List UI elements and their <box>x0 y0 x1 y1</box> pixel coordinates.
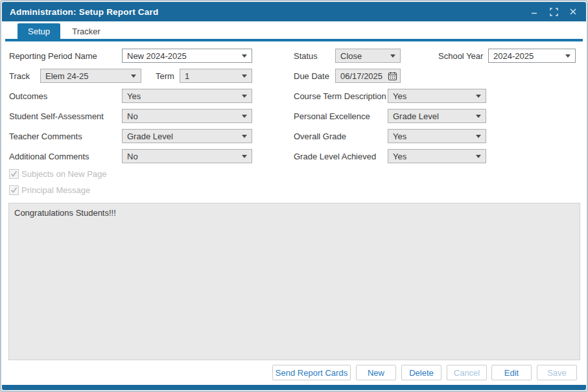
outcomes-label: Outcomes <box>9 91 47 101</box>
course-term-description-value: Yes <box>393 91 472 101</box>
school-year-value: 2024-2025 <box>493 51 561 61</box>
personal-excellence-dropdown[interactable]: Grade Level <box>388 109 486 123</box>
tab-bar: Setup Tracker <box>5 23 583 39</box>
school-year-dropdown[interactable]: 2024-2025 <box>488 49 576 63</box>
reporting-period-value: New 2024-2025 <box>127 51 238 61</box>
delete-button[interactable]: Delete <box>401 365 441 380</box>
student-self-assessment-value: No <box>127 111 238 121</box>
outcomes-dropdown[interactable]: Yes <box>122 89 252 103</box>
track-label: Track <box>9 71 30 81</box>
checkbox-checked-icon <box>9 169 19 179</box>
chevron-down-icon <box>242 54 247 58</box>
personal-excellence-label: Personal Excellence <box>294 111 370 121</box>
term-dropdown[interactable]: 1 <box>180 69 252 83</box>
teacher-comments-value: Grade Level <box>127 132 238 141</box>
tab-underline <box>5 39 583 41</box>
edit-button[interactable]: Edit <box>491 365 532 380</box>
due-date-value: 06/17/2025 <box>340 71 388 81</box>
setup-report-card-dialog: Administration: Setup Report Card Setup … <box>0 0 588 392</box>
close-icon[interactable] <box>568 6 578 17</box>
principal-message-label: Principal Message <box>21 185 90 195</box>
student-self-assessment-dropdown[interactable]: No <box>122 109 252 123</box>
tab-setup-label: Setup <box>28 27 50 36</box>
subjects-on-new-page-checkbox[interactable]: Subjects on New Page <box>9 169 107 179</box>
window-controls <box>529 6 578 17</box>
cancel-button: Cancel <box>447 365 487 380</box>
calendar-icon[interactable] <box>388 71 397 81</box>
window-title: Administration: Setup Report Card <box>10 7 158 17</box>
chevron-down-icon <box>565 54 570 58</box>
student-self-assessment-label: Student Self-Assessment <box>9 111 104 121</box>
new-button[interactable]: New <box>356 365 396 380</box>
term-label: Term <box>156 71 174 81</box>
chevron-down-icon <box>242 75 247 78</box>
checkbox-checked-icon <box>9 185 19 195</box>
principal-message-textarea[interactable]: Congratulations Students!!! <box>8 203 580 360</box>
due-date-field[interactable]: 06/17/2025 <box>335 69 401 83</box>
chevron-down-icon <box>476 155 481 158</box>
school-year-label: School Year <box>438 51 483 61</box>
maximize-icon[interactable] <box>548 6 559 17</box>
due-date-label: Due Date <box>294 71 329 81</box>
personal-excellence-value: Grade Level <box>393 111 472 121</box>
chevron-down-icon <box>242 115 247 118</box>
chevron-down-icon <box>476 135 481 138</box>
chevron-down-icon <box>390 54 395 58</box>
overall-grade-label: Overall Grade <box>294 132 346 141</box>
track-value: Elem 24-25 <box>45 71 127 81</box>
overall-grade-dropdown[interactable]: Yes <box>388 129 486 143</box>
reporting-period-label: Reporting Period Name <box>9 51 97 61</box>
teacher-comments-dropdown[interactable]: Grade Level <box>122 129 252 143</box>
term-value: 1 <box>185 71 238 81</box>
course-term-description-dropdown[interactable]: Yes <box>388 89 486 103</box>
additional-comments-label: Additional Comments <box>9 152 89 161</box>
chevron-down-icon <box>476 115 481 118</box>
grade-level-achieved-dropdown[interactable]: Yes <box>388 149 486 163</box>
additional-comments-value: No <box>127 152 238 161</box>
reporting-period-dropdown[interactable]: New 2024-2025 <box>122 49 252 63</box>
tab-tracker[interactable]: Tracker <box>60 23 112 39</box>
tab-setup[interactable]: Setup <box>18 23 60 39</box>
principal-message-checkbox[interactable]: Principal Message <box>9 185 90 195</box>
chevron-down-icon <box>242 95 247 98</box>
save-button: Save <box>537 365 577 380</box>
status-value: Close <box>340 51 386 61</box>
chevron-down-icon <box>242 155 247 158</box>
status-label: Status <box>294 51 318 61</box>
track-dropdown[interactable]: Elem 24-25 <box>40 69 141 83</box>
status-dropdown[interactable]: Close <box>335 49 401 63</box>
chevron-down-icon <box>242 135 247 138</box>
grade-level-achieved-value: Yes <box>393 152 472 161</box>
chevron-down-icon <box>476 95 481 98</box>
send-report-cards-button[interactable]: Send Report Cards <box>272 365 351 380</box>
minimize-icon[interactable] <box>529 6 539 17</box>
teacher-comments-label: Teacher Comments <box>9 132 82 141</box>
outcomes-value: Yes <box>127 91 238 101</box>
chevron-down-icon <box>131 75 136 78</box>
additional-comments-dropdown[interactable]: No <box>122 149 252 163</box>
grade-level-achieved-label: Grade Level Achieved <box>294 152 376 161</box>
tab-tracker-label: Tracker <box>72 27 100 36</box>
overall-grade-value: Yes <box>393 132 472 141</box>
bottom-accent-bar <box>2 385 586 390</box>
title-bar: Administration: Setup Report Card <box>2 2 586 21</box>
subjects-on-new-page-label: Subjects on New Page <box>21 169 107 179</box>
course-term-description-label: Course Term Description <box>294 91 386 101</box>
